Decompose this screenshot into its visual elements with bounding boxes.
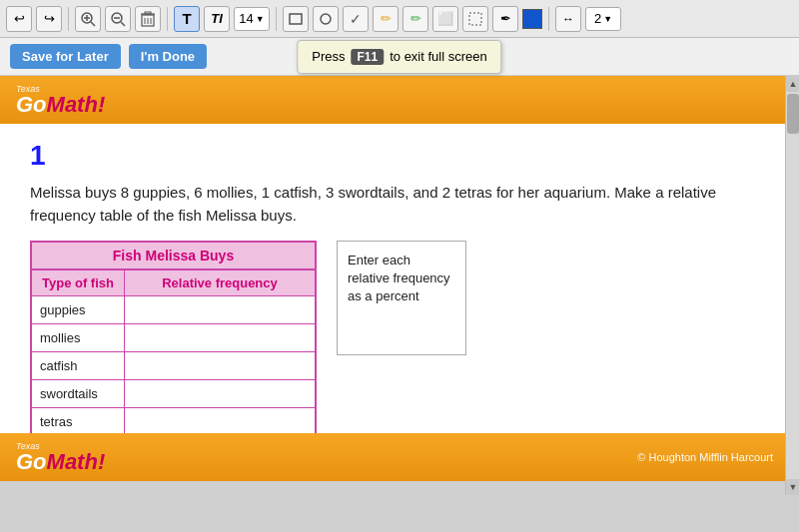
bottom-banner: Texas GoMath! © Houghton Mifflin Harcour… <box>0 433 799 481</box>
separator-1 <box>68 7 69 31</box>
table-row: guppies <box>31 296 316 324</box>
svg-point-14 <box>321 14 331 24</box>
svg-line-1 <box>91 22 95 26</box>
gomath-logo: Texas GoMath! <box>16 85 105 116</box>
svg-line-5 <box>121 22 125 26</box>
fish-frequency-input[interactable] <box>133 300 307 319</box>
fish-frequency-cell[interactable] <box>124 324 316 352</box>
circle-button[interactable] <box>313 6 339 32</box>
separator-4 <box>548 7 549 31</box>
main-content: 1 Melissa buys 8 guppies, 6 mollies, 1 c… <box>0 124 799 433</box>
fish-frequency-input[interactable] <box>133 384 307 403</box>
svg-rect-9 <box>145 12 151 14</box>
table-row: tetras <box>31 408 316 434</box>
pen-button[interactable]: ✒ <box>492 6 518 32</box>
color-picker[interactable] <box>522 9 542 29</box>
rect-button[interactable] <box>283 6 309 32</box>
table-row: mollies <box>31 324 316 352</box>
separator-3 <box>276 7 277 31</box>
stroke-selector[interactable]: 2 ▼ <box>585 7 621 31</box>
instruction-box: Enter each relative frequency as a perce… <box>337 241 466 355</box>
problem-text: Melissa buys 8 guppies, 6 mollies, 1 cat… <box>30 182 769 227</box>
go-label: Go <box>16 92 47 117</box>
fish-name-cell: guppies <box>31 296 124 324</box>
fish-frequency-cell[interactable] <box>124 296 316 324</box>
pencil-button[interactable]: ✏ <box>373 6 399 32</box>
action-bar: Save for Later I'm Done Press F11 to exi… <box>0 38 799 76</box>
fish-name-cell: tetras <box>31 408 124 434</box>
font-size-selector[interactable]: 14 ▼ <box>234 7 270 31</box>
instruction-text: Enter each relative frequency as a perce… <box>348 253 450 303</box>
fish-table-title: Fish Melissa Buys <box>30 241 317 268</box>
undo-button[interactable]: ↩ <box>6 6 32 32</box>
select-button[interactable] <box>462 6 488 32</box>
fish-frequency-input[interactable] <box>133 356 307 375</box>
problem-number: 1 <box>30 140 769 172</box>
table-row: swordtails <box>31 380 316 408</box>
fish-frequency-input[interactable] <box>133 412 307 431</box>
bottom-math-label: Math! <box>47 449 106 474</box>
scroll-thumb[interactable] <box>787 94 799 134</box>
svg-rect-15 <box>469 13 481 25</box>
separator-2 <box>167 7 168 31</box>
f11-key: F11 <box>352 49 385 65</box>
fish-name-cell: mollies <box>31 324 124 352</box>
toolbar: ↩ ↪ T TI 14 ▼ ✓ ✏ ✏ ⬜ ✒ <box>0 0 799 38</box>
save-later-button[interactable]: Save for Later <box>10 44 121 69</box>
right-scrollbar[interactable]: ▲ ▼ <box>785 76 799 495</box>
svg-rect-13 <box>290 14 302 24</box>
fish-name-cell: swordtails <box>31 380 124 408</box>
zoom-out-button[interactable] <box>105 6 131 32</box>
fish-frequency-cell[interactable] <box>124 408 316 434</box>
resize-button[interactable]: ↔ <box>555 6 581 32</box>
eraser-button[interactable]: ⬜ <box>432 6 458 32</box>
f11-tooltip: Press F11 to exit full screen <box>297 40 501 74</box>
text-italic-button[interactable]: TI <box>204 6 230 32</box>
delete-button[interactable] <box>135 6 161 32</box>
redo-button[interactable]: ↪ <box>36 6 62 32</box>
scroll-down-arrow[interactable]: ▼ <box>786 479 799 495</box>
highlight-button[interactable]: ✏ <box>402 6 428 32</box>
col2-header: Relative frequency <box>124 269 316 296</box>
check-button[interactable]: ✓ <box>343 6 369 32</box>
scroll-up-arrow[interactable]: ▲ <box>786 76 799 92</box>
copyright-text: © Houghton Mifflin Harcourt <box>637 451 783 463</box>
col1-header: Type of fish <box>31 269 124 296</box>
bottom-gomath-logo: Texas GoMath! <box>16 442 105 473</box>
done-button[interactable]: I'm Done <box>129 44 207 69</box>
fish-frequency-input[interactable] <box>133 328 307 347</box>
fish-table: Fish Melissa Buys Type of fish Relative … <box>30 241 317 433</box>
f11-exit-text: to exit full screen <box>390 49 487 64</box>
top-banner: Texas GoMath! <box>0 76 799 124</box>
fish-name-cell: catfish <box>31 352 124 380</box>
zoom-in-button[interactable] <box>75 6 101 32</box>
text-button[interactable]: T <box>174 6 200 32</box>
f11-press-text: Press <box>312 49 345 64</box>
table-wrapper: Fish Melissa Buys Type of fish Relative … <box>30 241 769 433</box>
fish-frequency-cell[interactable] <box>124 380 316 408</box>
math-label: Math! <box>47 92 106 117</box>
table-row: catfish <box>31 352 316 380</box>
fish-frequency-cell[interactable] <box>124 352 316 380</box>
bottom-go-label: Go <box>16 449 47 474</box>
